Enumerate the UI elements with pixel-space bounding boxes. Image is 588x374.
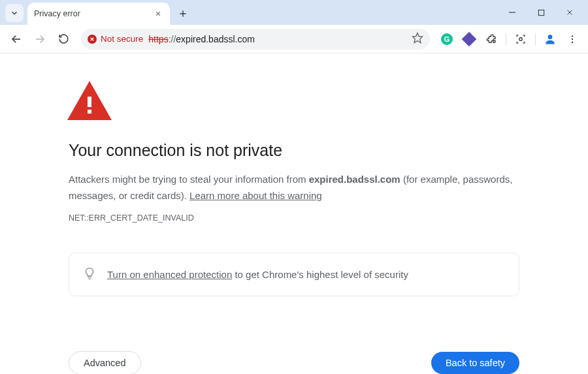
maximize-icon (538, 9, 545, 16)
puzzle-icon (485, 33, 497, 45)
tab-close-button[interactable] (153, 8, 163, 19)
forward-button[interactable] (30, 29, 50, 49)
protection-text: Turn on enhanced protection to get Chrom… (107, 269, 408, 280)
enhanced-protection-link[interactable]: Turn on enhanced protection (107, 269, 232, 280)
tab-strip: Privacy error (0, 0, 588, 25)
svg-point-15 (572, 35, 573, 37)
back-to-safety-button[interactable]: Back to safety (431, 352, 519, 374)
browser-toolbar: Not secure https://expired.badssl.com G (0, 25, 588, 54)
svg-point-14 (548, 35, 553, 39)
learn-more-link[interactable]: Learn more about this warning (189, 190, 322, 201)
lens-icon (515, 33, 527, 45)
svg-point-17 (572, 41, 573, 42)
url-display: https://expired.badssl.com (148, 34, 406, 44)
toolbar-divider (506, 33, 506, 45)
browser-tab[interactable]: Privacy error (27, 3, 170, 25)
extensions-button[interactable] (482, 30, 500, 48)
window-maximize-button[interactable] (527, 3, 555, 22)
button-row: Advanced Back to safety (69, 351, 519, 375)
search-tabs-button[interactable] (5, 4, 24, 22)
enhanced-protection-banner: Turn on enhanced protection to get Chrom… (69, 253, 519, 296)
minimize-icon (508, 8, 516, 16)
lens-button[interactable] (512, 30, 530, 48)
arrow-left-icon (10, 33, 22, 45)
page-content: Your connection is not private Attackers… (0, 54, 588, 374)
bookmark-button[interactable] (412, 32, 423, 46)
grammarly-icon: G (441, 33, 453, 45)
window-minimize-button[interactable] (498, 3, 527, 22)
avatar-icon (543, 32, 557, 46)
tab-title: Privacy error (34, 9, 148, 18)
star-icon (412, 32, 423, 44)
svg-rect-20 (88, 110, 91, 114)
plus-icon (178, 9, 188, 18)
svg-point-16 (572, 38, 573, 39)
close-icon (566, 8, 574, 16)
svg-point-13 (519, 37, 523, 40)
warning-description: Attackers might be trying to steal your … (69, 172, 519, 204)
error-code: NET::ERR_CERT_DATE_INVALID (69, 213, 519, 223)
security-label: Not secure (101, 34, 143, 44)
window-close-button[interactable] (555, 3, 584, 22)
address-bar[interactable]: Not secure https://expired.badssl.com (81, 29, 430, 50)
warning-icon (67, 81, 519, 123)
toolbar-divider (535, 33, 536, 45)
svg-rect-19 (88, 97, 91, 107)
close-icon (155, 10, 161, 17)
svg-marker-12 (413, 33, 423, 43)
extension-grammarly[interactable]: G (438, 30, 456, 48)
arrow-right-icon (34, 33, 46, 45)
reload-icon (58, 33, 69, 44)
window-controls (498, 0, 584, 25)
ssl-interstitial: Your connection is not private Attackers… (69, 81, 519, 374)
security-chip[interactable]: Not secure (88, 34, 143, 44)
back-button[interactable] (7, 29, 26, 49)
warning-host: expired.badssl.com (309, 174, 400, 185)
diamond-icon (462, 31, 477, 46)
svg-rect-5 (538, 10, 544, 15)
dots-vertical-icon (567, 34, 578, 44)
new-tab-button[interactable] (174, 5, 192, 23)
extension-generic[interactable] (460, 30, 478, 48)
profile-button[interactable] (541, 30, 559, 48)
page-title: Your connection is not private (69, 141, 519, 160)
reload-button[interactable] (54, 29, 73, 49)
chevron-down-icon (10, 8, 19, 18)
advanced-button[interactable]: Advanced (69, 351, 141, 375)
menu-button[interactable] (563, 30, 581, 48)
lightbulb-icon (82, 266, 97, 283)
not-secure-icon (88, 35, 97, 44)
